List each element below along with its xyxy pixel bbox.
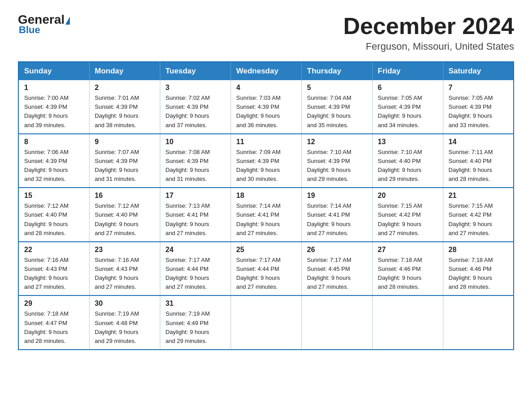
weekday-header-monday: Monday <box>89 62 160 80</box>
calendar-cell: 22Sunrise: 7:16 AMSunset: 4:43 PMDayligh… <box>18 242 89 296</box>
calendar-cell: 30Sunrise: 7:19 AMSunset: 4:48 PMDayligh… <box>89 295 160 350</box>
day-number: 12 <box>307 138 367 146</box>
calendar-cell: 8Sunrise: 7:06 AMSunset: 4:39 PMDaylight… <box>18 134 89 188</box>
day-info: Sunrise: 7:14 AMSunset: 4:41 PMDaylight:… <box>236 202 281 236</box>
day-number: 4 <box>236 84 296 92</box>
calendar-cell: 13Sunrise: 7:10 AMSunset: 4:40 PMDayligh… <box>372 134 443 188</box>
day-number: 20 <box>378 192 438 200</box>
calendar-cell: 26Sunrise: 7:17 AMSunset: 4:45 PMDayligh… <box>301 242 372 296</box>
calendar-cell: 17Sunrise: 7:13 AMSunset: 4:41 PMDayligh… <box>160 188 231 242</box>
day-info: Sunrise: 7:16 AMSunset: 4:43 PMDaylight:… <box>24 257 69 290</box>
day-number: 2 <box>95 84 154 92</box>
day-number: 17 <box>166 192 225 200</box>
calendar-cell: 15Sunrise: 7:12 AMSunset: 4:40 PMDayligh… <box>18 188 89 242</box>
logo-blue: Blue <box>19 24 40 36</box>
day-info: Sunrise: 7:10 AMSunset: 4:40 PMDaylight:… <box>378 149 422 182</box>
day-number: 27 <box>378 246 438 254</box>
day-number: 9 <box>95 138 154 146</box>
day-number: 8 <box>24 138 84 146</box>
calendar-cell <box>301 295 372 350</box>
day-number: 6 <box>378 84 438 92</box>
day-number: 21 <box>449 192 508 200</box>
day-number: 24 <box>166 246 225 254</box>
day-info: Sunrise: 7:11 AMSunset: 4:40 PMDaylight:… <box>449 149 493 182</box>
page-header: General Blue December 2024 Ferguson, Mis… <box>18 13 514 52</box>
calendar-cell: 2Sunrise: 7:01 AMSunset: 4:39 PMDaylight… <box>89 80 160 134</box>
calendar-cell <box>372 295 443 350</box>
day-info: Sunrise: 7:05 AMSunset: 4:39 PMDaylight:… <box>378 94 422 128</box>
calendar-cell <box>231 295 301 350</box>
day-number: 16 <box>95 192 154 200</box>
logo: General Blue <box>18 13 70 36</box>
day-number: 29 <box>24 300 84 308</box>
weekday-header-thursday: Thursday <box>301 62 372 80</box>
calendar-cell: 16Sunrise: 7:12 AMSunset: 4:40 PMDayligh… <box>89 188 160 242</box>
day-info: Sunrise: 7:09 AMSunset: 4:39 PMDaylight:… <box>236 149 281 182</box>
day-number: 5 <box>307 84 367 92</box>
day-info: Sunrise: 7:19 AMSunset: 4:48 PMDaylight:… <box>95 310 139 344</box>
weekday-header-sunday: Sunday <box>18 62 89 80</box>
calendar-cell: 27Sunrise: 7:18 AMSunset: 4:46 PMDayligh… <box>372 242 443 296</box>
calendar-cell: 18Sunrise: 7:14 AMSunset: 4:41 PMDayligh… <box>231 188 301 242</box>
calendar-cell: 25Sunrise: 7:17 AMSunset: 4:44 PMDayligh… <box>231 242 301 296</box>
day-number: 7 <box>449 84 508 92</box>
calendar-cell: 7Sunrise: 7:05 AMSunset: 4:39 PMDaylight… <box>443 80 514 134</box>
weekday-header-saturday: Saturday <box>443 62 514 80</box>
day-info: Sunrise: 7:19 AMSunset: 4:49 PMDaylight:… <box>166 310 210 344</box>
calendar-table: SundayMondayTuesdayWednesdayThursdayFrid… <box>18 61 514 350</box>
location: Ferguson, Missouri, United States <box>343 41 514 52</box>
day-number: 30 <box>95 300 154 308</box>
month-year: December 2024 <box>343 13 514 39</box>
day-info: Sunrise: 7:01 AMSunset: 4:39 PMDaylight:… <box>95 94 139 128</box>
day-info: Sunrise: 7:18 AMSunset: 4:46 PMDaylight:… <box>449 257 493 290</box>
calendar-cell: 10Sunrise: 7:08 AMSunset: 4:39 PMDayligh… <box>160 134 231 188</box>
day-number: 23 <box>95 246 154 254</box>
day-info: Sunrise: 7:05 AMSunset: 4:39 PMDaylight:… <box>449 94 493 128</box>
calendar-cell: 14Sunrise: 7:11 AMSunset: 4:40 PMDayligh… <box>443 134 514 188</box>
calendar-cell <box>443 295 514 350</box>
day-info: Sunrise: 7:16 AMSunset: 4:43 PMDaylight:… <box>95 257 139 290</box>
calendar-cell: 5Sunrise: 7:04 AMSunset: 4:39 PMDaylight… <box>301 80 372 134</box>
day-info: Sunrise: 7:17 AMSunset: 4:45 PMDaylight:… <box>307 257 352 290</box>
calendar-cell: 4Sunrise: 7:03 AMSunset: 4:39 PMDaylight… <box>231 80 301 134</box>
day-number: 25 <box>236 246 296 254</box>
day-number: 18 <box>236 192 296 200</box>
day-number: 31 <box>166 300 225 308</box>
day-info: Sunrise: 7:17 AMSunset: 4:44 PMDaylight:… <box>236 257 281 290</box>
day-number: 19 <box>307 192 367 200</box>
day-info: Sunrise: 7:12 AMSunset: 4:40 PMDaylight:… <box>24 202 69 236</box>
calendar-cell: 1Sunrise: 7:00 AMSunset: 4:39 PMDaylight… <box>18 80 89 134</box>
day-info: Sunrise: 7:12 AMSunset: 4:40 PMDaylight:… <box>95 202 139 236</box>
calendar-cell: 11Sunrise: 7:09 AMSunset: 4:39 PMDayligh… <box>231 134 301 188</box>
weekday-header-tuesday: Tuesday <box>160 62 231 80</box>
calendar-cell: 24Sunrise: 7:17 AMSunset: 4:44 PMDayligh… <box>160 242 231 296</box>
day-number: 22 <box>24 246 84 254</box>
day-number: 11 <box>236 138 296 146</box>
day-number: 14 <box>449 138 508 146</box>
calendar-cell: 23Sunrise: 7:16 AMSunset: 4:43 PMDayligh… <box>89 242 160 296</box>
calendar-cell: 29Sunrise: 7:18 AMSunset: 4:47 PMDayligh… <box>18 295 89 350</box>
day-number: 3 <box>166 84 225 92</box>
day-info: Sunrise: 7:17 AMSunset: 4:44 PMDaylight:… <box>166 257 210 290</box>
day-number: 10 <box>166 138 225 146</box>
calendar-cell: 12Sunrise: 7:10 AMSunset: 4:39 PMDayligh… <box>301 134 372 188</box>
day-info: Sunrise: 7:00 AMSunset: 4:39 PMDaylight:… <box>24 94 69 128</box>
day-info: Sunrise: 7:13 AMSunset: 4:41 PMDaylight:… <box>166 202 210 236</box>
day-info: Sunrise: 7:08 AMSunset: 4:39 PMDaylight:… <box>166 149 210 182</box>
day-info: Sunrise: 7:15 AMSunset: 4:42 PMDaylight:… <box>378 202 422 236</box>
calendar-cell: 31Sunrise: 7:19 AMSunset: 4:49 PMDayligh… <box>160 295 231 350</box>
calendar-cell: 19Sunrise: 7:14 AMSunset: 4:41 PMDayligh… <box>301 188 372 242</box>
day-info: Sunrise: 7:02 AMSunset: 4:39 PMDaylight:… <box>166 94 210 128</box>
day-number: 28 <box>449 246 508 254</box>
day-info: Sunrise: 7:07 AMSunset: 4:39 PMDaylight:… <box>95 149 139 182</box>
day-info: Sunrise: 7:03 AMSunset: 4:39 PMDaylight:… <box>236 94 281 128</box>
day-number: 26 <box>307 246 367 254</box>
calendar-cell: 28Sunrise: 7:18 AMSunset: 4:46 PMDayligh… <box>443 242 514 296</box>
weekday-header-wednesday: Wednesday <box>231 62 301 80</box>
day-info: Sunrise: 7:10 AMSunset: 4:39 PMDaylight:… <box>307 149 352 182</box>
day-info: Sunrise: 7:15 AMSunset: 4:42 PMDaylight:… <box>449 202 493 236</box>
day-info: Sunrise: 7:04 AMSunset: 4:39 PMDaylight:… <box>307 94 352 128</box>
day-info: Sunrise: 7:06 AMSunset: 4:39 PMDaylight:… <box>24 149 69 182</box>
day-number: 1 <box>24 84 84 92</box>
calendar-cell: 6Sunrise: 7:05 AMSunset: 4:39 PMDaylight… <box>372 80 443 134</box>
